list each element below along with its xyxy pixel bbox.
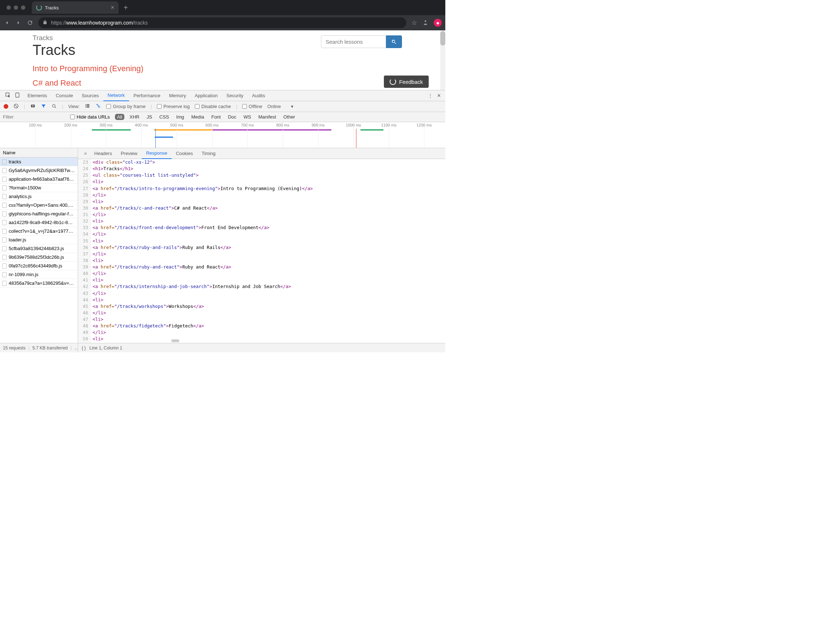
filter-type-font[interactable]: Font: [209, 114, 223, 120]
request-row[interactable]: Gy5a6AgvmvRZuSjlcKRlBTwX…: [0, 166, 78, 175]
response-source[interactable]: 23<div class="col-xs-12">24<h1>Tracks</h…: [78, 159, 445, 343]
url-bar[interactable]: https://www.learnhowtoprogram.com/tracks: [38, 17, 406, 28]
new-tab-button[interactable]: +: [124, 4, 128, 12]
filter-type-js[interactable]: JS: [144, 114, 154, 120]
record-button[interactable]: [4, 104, 8, 109]
profile-avatar[interactable]: ◆: [434, 19, 442, 27]
code-line[interactable]: </li>: [91, 212, 106, 218]
request-row[interactable]: analytics.js: [0, 192, 78, 201]
search-input[interactable]: [321, 35, 386, 48]
devtools-tab-console[interactable]: Console: [51, 90, 77, 101]
code-line[interactable]: </li>: [91, 310, 106, 316]
devtools-tab-performance[interactable]: Performance: [129, 90, 164, 101]
group-by-frame-checkbox[interactable]: Group by frame: [106, 104, 145, 109]
code-line[interactable]: <li>: [91, 277, 103, 283]
code-line[interactable]: <a href="/tracks/ruby-and-rails">Ruby an…: [91, 244, 231, 251]
page-scrollbar[interactable]: [440, 31, 445, 90]
request-row[interactable]: 5cfba93a81394244b823.js: [0, 244, 78, 253]
request-row[interactable]: 0fa97c2c856c43449dfb.js: [0, 262, 78, 270]
code-line[interactable]: <li>: [91, 257, 103, 264]
device-toggle-icon[interactable]: [14, 92, 20, 99]
filter-type-all[interactable]: All: [115, 114, 124, 120]
devtools-tab-memory[interactable]: Memory: [165, 90, 190, 101]
track-link[interactable]: C# and React: [32, 78, 413, 88]
request-row[interactable]: tracks: [0, 158, 78, 166]
search-network-icon[interactable]: [51, 103, 57, 110]
extensions-icon[interactable]: [422, 20, 429, 26]
detail-tab-preview[interactable]: Preview: [117, 148, 142, 159]
code-line[interactable]: </li>: [91, 231, 106, 238]
devtools-more-icon[interactable]: ⋮: [428, 93, 433, 98]
detail-tab-cookies[interactable]: Cookies: [172, 148, 197, 159]
filter-type-css[interactable]: CSS: [157, 114, 171, 120]
disable-cache-checkbox[interactable]: Disable cache: [195, 104, 231, 109]
code-line[interactable]: <a href="/tracks/internship-and-job-sear…: [91, 283, 291, 290]
clear-button[interactable]: [13, 103, 19, 110]
detail-tab-timing[interactable]: Timing: [197, 148, 220, 159]
reload-button[interactable]: [27, 20, 33, 26]
request-row[interactable]: 9b639e7588d25f3dc26b.js: [0, 253, 78, 262]
code-line[interactable]: <a href="/tracks/archived">Archived</a>: [91, 343, 199, 343]
code-line[interactable]: <li>: [91, 198, 103, 205]
track-link[interactable]: Intro to Programming (Evening): [32, 64, 413, 74]
request-row[interactable]: css?family=Open+Sans:400,700: [0, 201, 78, 210]
request-row[interactable]: glyphicons-halflings-regular-fe…: [0, 210, 78, 218]
filter-type-other[interactable]: Other: [281, 114, 297, 120]
search-button[interactable]: [386, 35, 402, 48]
code-line[interactable]: </li>: [91, 329, 106, 336]
code-line[interactable]: <div class="col-xs-12">: [91, 159, 155, 166]
code-line[interactable]: <li>: [91, 178, 103, 185]
filter-type-doc[interactable]: Doc: [226, 114, 239, 120]
filter-type-img[interactable]: Img: [174, 114, 187, 120]
devtools-tab-audits[interactable]: Audits: [248, 90, 269, 101]
view-waterfall-icon[interactable]: [95, 103, 101, 109]
close-window-icon[interactable]: [6, 5, 11, 10]
filter-type-xhr[interactable]: XHR: [127, 114, 141, 120]
request-row[interactable]: ?format=1500w: [0, 184, 78, 192]
code-line[interactable]: <a href="/tracks/intro-to-programming-ev…: [91, 186, 313, 192]
code-line[interactable]: </li>: [91, 192, 106, 198]
code-line[interactable]: <a href="/tracks/front-end-development">…: [91, 224, 269, 231]
request-row[interactable]: nr-1099.min.js: [0, 270, 78, 279]
code-line[interactable]: </li>: [91, 251, 106, 257]
filter-icon[interactable]: [41, 103, 46, 110]
minimize-window-icon[interactable]: [14, 5, 18, 10]
code-line[interactable]: <li>: [91, 218, 103, 224]
request-row[interactable]: aa1422f9-9ca9-4942-8b1c-8…: [0, 218, 78, 227]
network-timeline[interactable]: 100 ms200 ms300 ms400 ms500 ms600 ms700 …: [0, 122, 445, 148]
offline-checkbox[interactable]: Offline: [242, 104, 262, 109]
devtools-tab-network[interactable]: Network: [103, 90, 129, 101]
screenshot-icon[interactable]: [30, 103, 36, 109]
code-line[interactable]: <ul class="courses-list list-unstyled">: [91, 172, 199, 178]
window-controls[interactable]: [3, 5, 29, 10]
throttling-select[interactable]: Online▾: [267, 104, 293, 109]
filter-type-media[interactable]: Media: [189, 114, 206, 120]
browser-tab[interactable]: Tracks ×: [32, 2, 118, 14]
detail-tab-headers[interactable]: Headers: [90, 148, 117, 159]
preserve-log-checkbox[interactable]: Preserve log: [157, 104, 190, 109]
devtools-tab-sources[interactable]: Sources: [77, 90, 103, 101]
forward-button[interactable]: [15, 20, 22, 26]
code-line[interactable]: <a href="/tracks/ruby-and-react">Ruby an…: [91, 264, 231, 270]
code-line[interactable]: <li>: [91, 316, 103, 323]
format-icon[interactable]: { }: [82, 345, 86, 351]
maximize-window-icon[interactable]: [21, 5, 25, 10]
request-row[interactable]: application-fe663aba37aaf76c…: [0, 175, 78, 184]
code-line[interactable]: <a href="/tracks/workshops">Workshops</a…: [91, 303, 204, 310]
filter-type-ws[interactable]: WS: [241, 114, 253, 120]
feedback-button[interactable]: Feedback: [384, 75, 429, 88]
code-line[interactable]: <h1>Tracks</h1>: [91, 166, 133, 172]
devtools-tab-application[interactable]: Application: [190, 90, 222, 101]
code-line[interactable]: <li>: [91, 336, 103, 342]
request-row[interactable]: 48356a79ca?a=1386295&v=1…: [0, 279, 78, 288]
devtools-tab-elements[interactable]: Elements: [23, 90, 51, 101]
hide-data-urls-checkbox[interactable]: Hide data URLs: [70, 114, 110, 120]
bookmark-star-icon[interactable]: ☆: [411, 19, 417, 27]
code-line[interactable]: <a href="/tracks/c-and-react">C# and Rea…: [91, 205, 218, 212]
code-line[interactable]: </li>: [91, 290, 106, 297]
view-list-icon[interactable]: [84, 103, 90, 109]
back-button[interactable]: [4, 20, 10, 26]
code-line[interactable]: <a href="/tracks/fidgetech">Fidgetech</a…: [91, 323, 204, 329]
request-list-header[interactable]: Name: [0, 148, 78, 158]
inspect-element-icon[interactable]: [5, 92, 11, 99]
